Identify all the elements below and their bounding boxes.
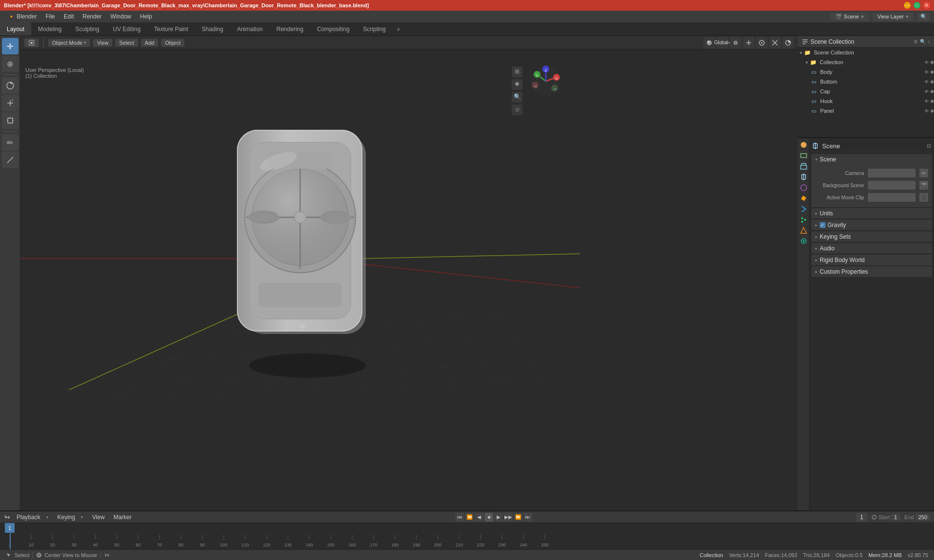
viewport-proportional[interactable] (756, 37, 768, 49)
units-section-header[interactable]: ▸ Units (811, 208, 932, 219)
menu-window[interactable]: Window (107, 12, 135, 21)
menu-edit[interactable]: Edit (60, 12, 78, 21)
timeline-view-label[interactable]: View (92, 514, 105, 521)
audio-section-header[interactable]: ▸ Audio (811, 243, 932, 254)
buttom-visibility[interactable]: 👁✱ (924, 79, 934, 85)
active-movie-clip-icon[interactable]: 🎥 (919, 193, 928, 202)
viewport-view-button[interactable]: View (93, 39, 112, 47)
prev-keyframe-button[interactable]: ⏪ (465, 513, 474, 522)
body-visibility[interactable]: 👁✱ (924, 70, 934, 75)
outliner-cap[interactable]: ▭ Cap 👁✱ (798, 87, 934, 96)
hook-visibility[interactable]: 👁✱ (924, 99, 934, 104)
cursor-tool[interactable]: ✛ (2, 38, 18, 54)
prop-output-icon[interactable] (799, 151, 808, 160)
play-button[interactable]: ▶ (494, 513, 503, 522)
properties-options-button[interactable]: ⊟ (927, 143, 931, 149)
background-scene-value[interactable] (868, 181, 916, 190)
outliner-scene-collection[interactable]: ▾ 📁 Scene Collection (798, 48, 934, 57)
keying-label[interactable]: Keying (57, 514, 75, 521)
prop-render-icon[interactable] (799, 140, 808, 150)
tab-rendering[interactable]: Rendering (269, 22, 310, 35)
end-frame[interactable]: 250 (916, 514, 930, 521)
viewport-snap[interactable] (743, 37, 754, 49)
viewport-shading-solid[interactable] (703, 37, 715, 49)
prop-view-layer-icon[interactable] (799, 161, 808, 171)
outliner-sort[interactable]: ↕ (928, 39, 930, 44)
background-scene-icon[interactable]: 🎬 (919, 181, 928, 190)
timeline-content[interactable]: 1 1 10 20 30 40 50 (0, 523, 934, 550)
tab-texture-paint[interactable]: Texture Paint (147, 22, 195, 35)
minimize-button[interactable]: — (904, 2, 911, 9)
prop-shader-icon[interactable] (799, 236, 808, 246)
collection-visibility[interactable]: 👁✱ (924, 60, 934, 65)
camera-edit-icon[interactable]: ✏ (919, 169, 928, 177)
viewport-object-button[interactable]: Object (161, 39, 184, 47)
rigid-body-world-header[interactable]: ▸ Rigid Body World (811, 255, 932, 265)
viewport-3d[interactable]: Object Mode ▾ View Select Add Object Glo… (20, 36, 798, 531)
viewport-select-button[interactable]: Select (115, 39, 138, 47)
viewport-add-button[interactable]: Add (141, 39, 159, 47)
outliner-buttom[interactable]: ▭ Buttom 👁✱ (798, 77, 934, 87)
transform-tool[interactable] (2, 112, 18, 129)
prop-world-icon[interactable] (799, 183, 808, 192)
jump-to-end-button[interactable]: ⏭ (523, 513, 532, 522)
maximize-button[interactable]: □ (914, 2, 920, 9)
prop-particles-icon[interactable] (799, 215, 808, 225)
outliner-collection[interactable]: ▾ 📁 Collection 👁✱ (798, 57, 934, 67)
stop-button[interactable]: ■ (485, 513, 493, 522)
object-mode-button[interactable]: Object Mode ▾ (48, 39, 90, 47)
tab-uv-editing[interactable]: UV Editing (106, 22, 147, 35)
outliner-panel-item[interactable]: ▭ Panel 👁✱ (798, 106, 934, 116)
gravity-checkbox[interactable]: ✓ (820, 222, 826, 228)
viewport-pivot-point[interactable] (730, 37, 741, 49)
prop-modifier-icon[interactable] (799, 204, 808, 214)
rotate-tool[interactable] (2, 77, 18, 94)
search-button[interactable]: 🔍 (917, 13, 930, 21)
viewport-overlays[interactable] (782, 37, 794, 49)
viewport-canvas[interactable]: X Y Z -X -Y (20, 50, 798, 531)
jump-to-start-button[interactable]: ⏮ (455, 513, 464, 522)
measure-tool[interactable] (2, 152, 18, 168)
move-tool[interactable]: ⊕ (2, 55, 18, 72)
step-back-button[interactable]: ◀ (475, 513, 484, 522)
viewport-show-gizmos[interactable] (769, 37, 781, 49)
tab-layout[interactable]: Layout (0, 22, 31, 35)
keying-sets-header[interactable]: ▸ Keying Sets (811, 231, 932, 242)
tab-compositing[interactable]: Compositing (310, 22, 357, 35)
panel-visibility[interactable]: 👁✱ (924, 108, 934, 114)
menu-blender[interactable]: 🔸 Blender (4, 12, 41, 21)
playback-label[interactable]: Playback (17, 514, 40, 521)
camera-value[interactable] (868, 169, 916, 177)
cap-visibility[interactable]: 👁✱ (924, 89, 934, 94)
editor-type-button[interactable] (24, 38, 39, 47)
active-movie-clip-value[interactable] (868, 193, 916, 202)
tab-modeling[interactable]: Modeling (31, 22, 69, 35)
menu-file[interactable]: File (42, 12, 59, 21)
add-workspace-button[interactable]: + (393, 24, 404, 34)
view-layer-selector[interactable]: View Layer▾ (873, 13, 914, 21)
step-forward-button[interactable]: ▶▶ (504, 513, 513, 522)
scene-section-header[interactable]: ▾ Scene (811, 154, 932, 165)
menu-help[interactable]: Help (136, 12, 156, 21)
custom-properties-header[interactable]: ▸ Custom Properties (811, 266, 932, 277)
outliner-search[interactable]: 🔍 (920, 39, 926, 44)
outliner-filter[interactable]: ⚙ (914, 39, 918, 44)
tab-sculpting[interactable]: Sculpting (69, 22, 106, 35)
prop-object-icon[interactable] (799, 193, 808, 203)
annotate-tool[interactable]: ✏ (2, 134, 18, 151)
next-keyframe-button[interactable]: ⏩ (514, 513, 522, 522)
tab-animation[interactable]: Animation (230, 22, 269, 35)
viewport-transform-orientation[interactable]: Global ▾ (717, 37, 728, 49)
tab-scripting[interactable]: Scripting (356, 22, 393, 35)
start-frame[interactable]: 1 (891, 514, 900, 521)
current-frame-display[interactable]: 1 (856, 513, 867, 522)
gravity-section-header[interactable]: ▸ ✓ Gravity (811, 220, 932, 230)
prop-physics-icon[interactable] (799, 226, 808, 235)
outliner-hook[interactable]: ▭ Hook 👁✱ (798, 96, 934, 106)
outliner-body[interactable]: ▭ Body 👁✱ (798, 67, 934, 77)
tab-shading[interactable]: Shading (195, 22, 230, 35)
scale-tool[interactable] (2, 95, 18, 111)
scene-selector[interactable]: 🎬Scene▾ (830, 13, 869, 21)
marker-label[interactable]: Marker (113, 514, 131, 521)
menu-render[interactable]: Render (79, 12, 106, 21)
